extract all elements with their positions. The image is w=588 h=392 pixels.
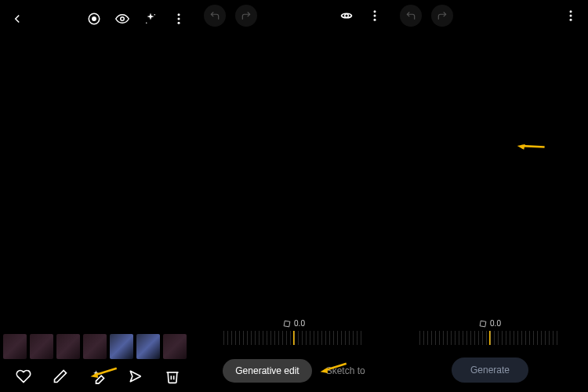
undo-icon[interactable] [400,5,422,27]
selection-canvas[interactable] [401,31,579,306]
angle-ruler[interactable] [419,331,561,345]
back-icon[interactable] [8,9,27,28]
sketch-to-tab[interactable]: Sketch to [326,365,365,376]
ai-edit-icon[interactable] [89,367,107,386]
motion-photo-icon[interactable] [85,9,103,28]
more-icon[interactable] [169,9,188,28]
mode-row: Generative edit Sketch to [196,359,392,383]
thumbnail[interactable] [163,334,187,359]
photo[interactable] [0,16,196,329]
generate-button[interactable]: Generate [452,358,528,383]
undo-icon[interactable] [204,5,226,27]
action-row: Generate [392,358,588,383]
top-toolbar [196,0,392,31]
more-icon[interactable] [561,6,580,25]
straighten-control[interactable]: 0.0 [196,319,392,345]
magic-icon[interactable] [141,9,160,28]
svg-point-11 [374,10,376,13]
top-toolbar [392,0,588,31]
crop-canvas[interactable]: Tap or draw around anything you want to … [205,31,383,306]
angle-ruler[interactable] [223,331,365,345]
generative-edit-tab[interactable]: Generative edit [223,359,311,383]
svg-point-5 [178,13,180,16]
favorite-icon[interactable] [14,367,33,386]
svg-point-17 [570,10,572,13]
svg-point-12 [374,15,376,17]
thumbnail-strip[interactable] [3,334,193,359]
thumbnail[interactable] [110,334,133,359]
redo-icon[interactable] [235,5,257,27]
more-icon[interactable] [365,6,384,25]
thumbnail[interactable] [83,334,107,359]
redo-icon[interactable] [431,5,453,27]
svg-point-6 [178,18,180,20]
svg-point-18 [570,15,572,17]
thumbnail[interactable] [136,334,160,359]
bottom-toolbar [0,361,196,392]
visibility-icon[interactable] [113,9,132,28]
top-toolbar [0,3,196,34]
thumbnail[interactable] [30,334,53,359]
svg-point-19 [570,19,572,21]
straighten-control[interactable]: 0.0 [392,319,588,345]
effects-icon[interactable] [337,6,356,25]
share-icon[interactable] [126,367,145,386]
edit-icon[interactable] [51,367,70,386]
svg-rect-14 [284,321,290,327]
svg-point-7 [178,22,180,24]
svg-point-4 [146,23,147,24]
angle-label: 0.0 [283,319,305,328]
angle-label: 0.0 [479,319,501,328]
svg-point-10 [345,14,349,18]
generative-edit-panel: Tap or draw around anything you want to … [196,0,392,392]
svg-rect-25 [480,321,486,327]
delete-icon[interactable] [163,367,182,386]
photo-viewer-panel [0,0,196,392]
svg-point-2 [121,17,125,21]
thumbnail[interactable] [56,334,80,359]
svg-point-3 [154,14,156,16]
thumbnail[interactable] [3,334,27,359]
generate-panel: 0.0 Generate [392,0,588,392]
svg-point-13 [374,19,376,21]
svg-point-1 [93,17,96,21]
